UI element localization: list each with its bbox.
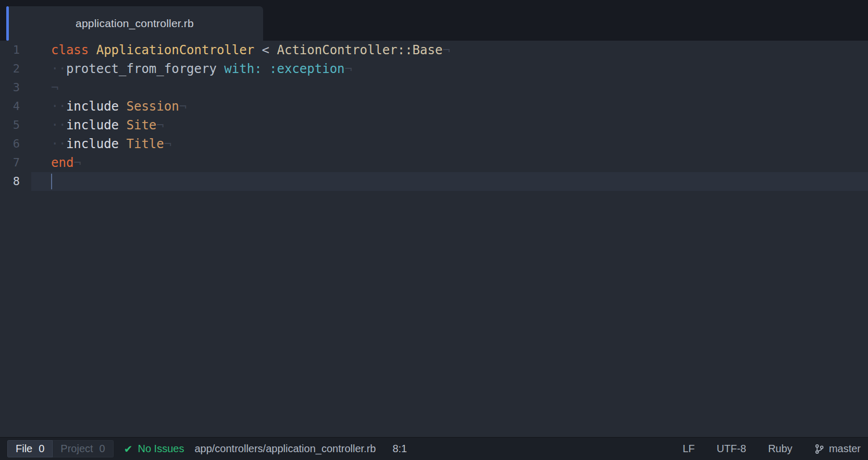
line-number: 8 <box>0 172 31 191</box>
line-number: 5 <box>0 116 31 135</box>
tab-bar: application_controller.rb <box>0 0 868 41</box>
project-issues-label: Project <box>60 443 93 455</box>
code-text: end¬ <box>31 153 868 172</box>
file-issues-button[interactable]: File 0 <box>7 440 53 457</box>
status-bar: File 0 Project 0 ✔ No Issues app/control… <box>0 437 868 460</box>
eol-mark: ¬ <box>442 43 450 57</box>
line-number: 4 <box>0 97 31 116</box>
eol-mark: ¬ <box>179 99 187 114</box>
code-line[interactable]: 8 <box>0 172 868 191</box>
eol-mark: ¬ <box>164 137 171 151</box>
code-line[interactable]: 1class ApplicationController < ActionCon… <box>0 41 868 59</box>
line-number: 7 <box>0 153 31 172</box>
code-line[interactable]: 6··include Title¬ <box>0 135 868 153</box>
code-text: ··include Session¬ <box>31 97 868 116</box>
code-text: class ApplicationController < ActionCont… <box>31 41 868 59</box>
code-line[interactable]: 3¬ <box>0 78 868 97</box>
line-ending-indicator[interactable]: LF <box>683 443 695 455</box>
git-branch-indicator[interactable]: master <box>814 443 861 455</box>
language-indicator[interactable]: Ruby <box>768 443 792 455</box>
issue-counters: File 0 Project 0 <box>7 440 114 457</box>
code-line[interactable]: 4··include Session¬ <box>0 97 868 116</box>
no-issues-label: No Issues <box>138 443 184 455</box>
code-text: ¬ <box>31 78 868 97</box>
cursor-position[interactable]: 8:1 <box>392 443 407 455</box>
code-lines: 1class ApplicationController < ActionCon… <box>0 41 868 191</box>
code-editor[interactable]: 1class ApplicationController < ActionCon… <box>0 41 868 437</box>
text-cursor <box>51 174 52 189</box>
eol-mark: ¬ <box>345 62 352 76</box>
code-text <box>31 172 868 191</box>
line-number: 1 <box>0 41 31 59</box>
project-issues-button[interactable]: Project 0 <box>53 440 113 457</box>
code-text: ··include Title¬ <box>31 135 868 153</box>
code-line[interactable]: 5··include Site¬ <box>0 116 868 135</box>
file-path: app/controllers/application_controller.r… <box>194 443 376 455</box>
file-issues-label: File <box>16 443 32 455</box>
line-number: 3 <box>0 78 31 97</box>
git-branch-icon <box>814 443 824 455</box>
eol-mark: ¬ <box>73 155 81 170</box>
code-text: ··include Site¬ <box>31 116 868 135</box>
no-issues-status[interactable]: ✔ No Issues <box>124 443 184 455</box>
tab-application-controller[interactable]: application_controller.rb <box>6 6 263 41</box>
code-text: ··protect_from_forgery with: :exception¬ <box>31 59 868 78</box>
git-branch-name: master <box>829 443 861 455</box>
code-line[interactable]: 7end¬ <box>0 153 868 172</box>
status-bar-right: LF UTF-8 Ruby master <box>683 443 861 455</box>
code-line[interactable]: 2··protect_from_forgery with: :exception… <box>0 59 868 78</box>
project-issues-count: 0 <box>100 443 105 455</box>
line-number: 6 <box>0 135 31 153</box>
line-number: 2 <box>0 59 31 78</box>
eol-mark: ¬ <box>51 80 58 95</box>
eol-mark: ¬ <box>156 118 164 132</box>
encoding-indicator[interactable]: UTF-8 <box>717 443 747 455</box>
check-icon: ✔ <box>124 444 133 454</box>
editor-window: application_controller.rb 1class Applica… <box>0 0 868 460</box>
tab-title: application_controller.rb <box>6 6 263 41</box>
file-issues-count: 0 <box>39 443 44 455</box>
